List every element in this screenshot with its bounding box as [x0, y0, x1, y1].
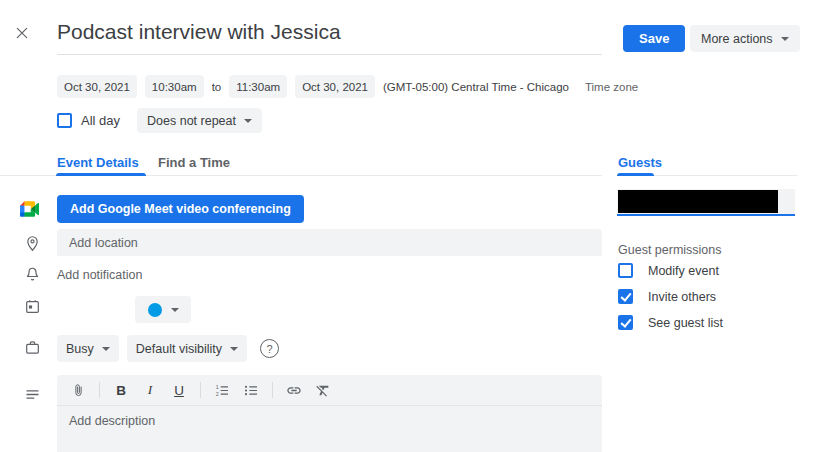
save-button[interactable]: Save	[623, 25, 685, 52]
see-guest-list-checkbox[interactable]	[618, 315, 633, 330]
description-toolbar: B I U 1 2	[57, 375, 602, 406]
permission-row-modify-event: Modify event	[618, 263, 719, 278]
all-day-checkbox[interactable]	[57, 113, 72, 128]
chevron-down-icon	[230, 347, 238, 351]
chevron-down-icon	[781, 37, 789, 41]
numbered-list-icon[interactable]: 1 2	[214, 381, 230, 399]
invite-others-checkbox[interactable]	[618, 289, 633, 304]
permission-row-see-guest-list: See guest list	[618, 315, 723, 330]
end-date-button[interactable]: Oct 30, 2021	[295, 75, 375, 98]
close-button[interactable]	[10, 23, 34, 47]
tab-guests[interactable]: Guests	[618, 155, 662, 170]
help-icon[interactable]: ?	[260, 339, 279, 358]
allday-row: All day Does not repeat	[57, 108, 262, 133]
toolbar-divider	[200, 382, 201, 398]
location-pin-icon	[22, 233, 42, 253]
event-title-input[interactable]	[57, 20, 557, 44]
description-icon	[22, 384, 42, 404]
location-field	[57, 229, 602, 256]
title-underline	[57, 54, 602, 55]
timezone-label: Time zone	[585, 81, 638, 93]
permission-label: Invite others	[648, 290, 716, 304]
start-date-button[interactable]: Oct 30, 2021	[57, 75, 137, 98]
guests-tab-active-indicator	[617, 173, 654, 176]
calendar-icon	[22, 296, 42, 316]
permission-label: See guest list	[648, 316, 723, 330]
add-google-meet-button[interactable]: Add Google Meet video conferencing	[57, 195, 304, 223]
attachment-icon[interactable]	[70, 381, 86, 399]
bulleted-list-icon[interactable]	[243, 381, 259, 399]
event-color-dot	[148, 303, 162, 317]
toolbar-divider	[272, 382, 273, 398]
bold-button[interactable]: B	[113, 381, 129, 399]
all-day-label: All day	[81, 113, 120, 128]
description-editor[interactable]: B I U 1 2	[57, 375, 602, 452]
permission-row-invite-others: Invite others	[618, 289, 716, 304]
datetime-row: Oct 30, 2021 10:30am to 11:30am Oct 30, …	[57, 75, 638, 98]
svg-text:2: 2	[216, 391, 219, 397]
clear-formatting-icon[interactable]	[315, 381, 331, 399]
chevron-down-icon	[244, 119, 252, 123]
more-actions-button[interactable]: More actions	[690, 25, 800, 52]
briefcase-icon	[22, 337, 42, 357]
underline-button[interactable]: U	[171, 381, 187, 399]
link-icon[interactable]	[286, 381, 302, 399]
redaction-overlay	[618, 190, 778, 213]
end-time-button[interactable]: 11:30am	[229, 75, 287, 98]
google-meet-icon	[19, 199, 39, 219]
busy-dropdown[interactable]: Busy	[57, 335, 119, 362]
close-icon	[14, 25, 30, 45]
start-time-button[interactable]: 10:30am	[145, 75, 204, 98]
guest-permissions-title: Guest permissions	[618, 243, 722, 257]
chevron-down-icon	[171, 308, 179, 312]
permission-label: Modify event	[648, 264, 719, 278]
tab-find-a-time[interactable]: Find a Time	[158, 155, 230, 170]
timezone-value[interactable]: (GMT-05:00) Central Time - Chicago	[383, 81, 569, 93]
add-notification-button[interactable]: Add notification	[57, 268, 142, 282]
location-input[interactable]	[57, 229, 602, 256]
toolbar-divider	[99, 382, 100, 398]
bell-icon	[22, 264, 42, 284]
modify-event-checkbox[interactable]	[618, 263, 633, 278]
availability-row: Busy Default visibility ?	[57, 335, 279, 362]
tab-event-details[interactable]: Event Details	[57, 155, 139, 170]
tab-active-indicator	[56, 173, 146, 176]
guests-input[interactable]	[617, 189, 795, 216]
recurrence-dropdown[interactable]: Does not repeat	[137, 108, 262, 133]
visibility-dropdown[interactable]: Default visibility	[127, 335, 247, 362]
chevron-down-icon	[102, 347, 110, 351]
to-label: to	[212, 81, 222, 93]
event-color-dropdown[interactable]	[135, 296, 191, 323]
italic-button[interactable]: I	[142, 381, 158, 399]
event-editor: Save More actions Oct 30, 2021 10:30am t…	[0, 0, 827, 452]
svg-text:1: 1	[216, 383, 219, 389]
description-placeholder: Add description	[69, 414, 155, 428]
